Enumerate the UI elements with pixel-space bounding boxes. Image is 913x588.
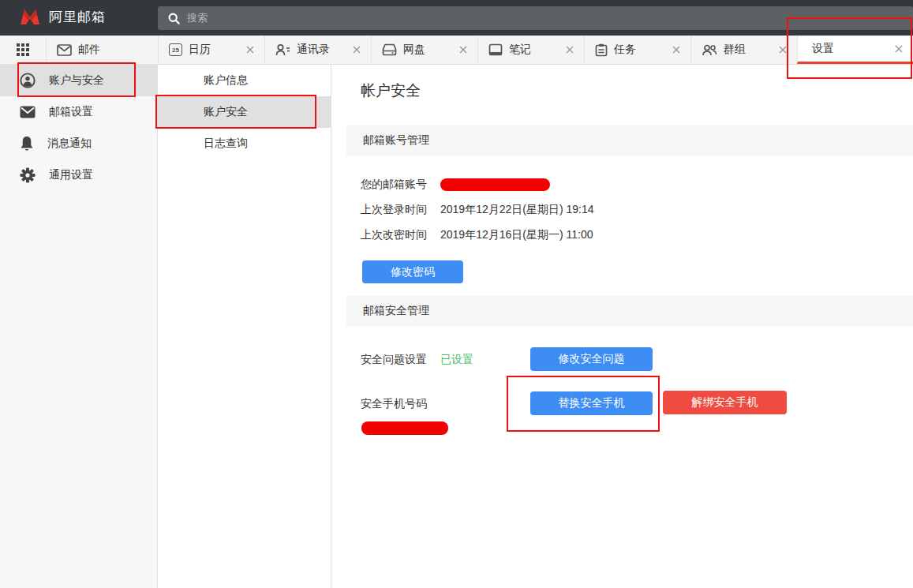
sidebar-item-account-security[interactable]: 账户与安全 [0,65,157,96]
app-grid-button[interactable] [0,36,46,64]
security-question-row: 安全问题设置 已设置 [361,353,473,366]
email-account-row: 您的邮箱账号 [361,178,550,191]
last-login-value: 2019年12月22日(星期日) 19:14 [440,203,594,217]
security-phone-label: 安全手机号码 [361,397,427,411]
page-title: 帐户安全 [361,81,421,101]
sidebar-item-label: 消息通知 [47,137,92,151]
sidebar-item-label: 账户与安全 [49,73,104,88]
tab-tasks[interactable]: 任务 [584,36,690,64]
alimail-logo-icon [19,7,41,26]
sidebar-item-notifications[interactable]: 消息通知 [0,128,157,159]
calendar-icon: 25 [169,43,182,56]
unbind-security-phone-button[interactable]: 解绑安全手机 [663,391,787,414]
mail-icon [57,44,72,56]
sidebar-item-label: 邮箱设置 [49,105,93,119]
last-login-row: 上次登录时间 2019年12月22日(星期日) 19:14 [361,203,594,216]
tasks-icon [595,43,608,57]
section-header-security-management: 邮箱安全管理 [346,296,913,326]
sidebar-item-label: 通用设置 [49,168,93,182]
tab-label: 通讯录 [297,43,330,57]
tab-label: 任务 [614,43,636,57]
search-input[interactable]: 搜索 [158,6,913,30]
bell-icon [20,136,34,152]
section-header-account-management: 邮箱账号管理 [346,125,913,155]
sidebar-item-general-settings[interactable]: 通用设置 [0,159,157,191]
close-icon[interactable] [244,43,256,56]
tab-drive[interactable]: 网盘 [371,36,477,64]
gear-icon [20,167,36,183]
tab-label: 笔记 [509,43,531,57]
app-name: 阿里邮箱 [49,8,106,26]
subnav-item-account-security[interactable]: 账户安全 [158,96,331,128]
change-password-button[interactable]: 修改密码 [362,260,463,283]
email-redaction-bar [440,178,550,191]
last-login-label: 上次登录时间 [361,203,427,217]
search-placeholder: 搜索 [187,11,208,25]
tab-label: 设置 [812,42,834,56]
alimail-settings-page: { "header": { "app_name": "阿里邮箱", "searc… [0,0,913,588]
last-password-change-row: 上次改密时间 2019年12月16日(星期一) 11:00 [361,228,593,242]
drive-icon [382,43,397,56]
contacts-icon [275,43,290,56]
account-icon [20,73,36,88]
calendar-day-number: 25 [172,47,179,54]
security-question-label: 安全问题设置 [361,353,427,367]
tab-label: 群组 [724,43,746,57]
section-header-label: 邮箱安全管理 [363,304,429,318]
security-phone-row: 安全手机号码 [361,397,427,410]
close-icon[interactable] [670,43,683,56]
last-password-change-label: 上次改密时间 [361,228,427,242]
tab-label: 邮件 [78,43,100,57]
close-icon[interactable] [457,43,470,56]
notes-icon [488,43,503,56]
app-logo: 阿里邮箱 [19,7,106,26]
subnav-item-log-query[interactable]: 日志查询 [158,128,331,159]
subnav-item-label: 账户安全 [204,105,248,119]
tab-label: 网盘 [403,43,425,57]
settings-sidebar: 账户与安全 邮箱设置 消息通知 通用设置 [0,65,158,588]
groups-icon [702,44,717,56]
section-header-label: 邮箱账号管理 [363,133,429,148]
tab-settings-active[interactable]: 设置 [797,36,913,64]
app-header: 阿里邮箱 搜索 [0,0,913,36]
main-content: 帐户安全 邮箱账号管理 您的邮箱账号 上次登录时间 2019年12月22日(星期… [331,65,913,588]
close-icon[interactable] [350,43,363,56]
subnav-item-account-info[interactable]: 账户信息 [158,65,331,96]
tab-mail[interactable]: 邮件 [46,36,158,64]
tab-notes[interactable]: 笔记 [477,36,584,64]
email-account-label: 您的邮箱账号 [361,178,427,192]
sidebar-item-mail-settings[interactable]: 邮箱设置 [0,96,157,128]
tab-label: 日历 [189,43,211,57]
subnav-item-label: 日志查询 [204,137,248,151]
tab-contacts[interactable]: 通讯录 [264,36,371,64]
close-icon[interactable] [776,43,789,56]
close-icon[interactable] [563,43,576,56]
search-icon [168,13,180,24]
last-password-change-value: 2019年12月16日(星期一) 11:00 [440,228,593,242]
tab-strip: 邮件 25 日历 通讯录 网盘 笔记 [0,36,913,65]
envelope-icon [20,106,36,118]
grid-icon [17,43,29,56]
tab-groups[interactable]: 群组 [690,36,797,64]
security-question-status: 已设置 [440,353,473,367]
tab-calendar[interactable]: 25 日历 [158,36,264,64]
phone-redaction-bar [361,421,448,435]
replace-security-phone-button[interactable]: 替换安全手机 [530,391,653,415]
account-subnav: 账户信息 账户安全 日志查询 [158,65,331,588]
modify-security-question-button[interactable]: 修改安全问题 [530,347,653,371]
close-icon[interactable] [892,43,905,55]
subnav-item-label: 账户信息 [204,73,248,88]
